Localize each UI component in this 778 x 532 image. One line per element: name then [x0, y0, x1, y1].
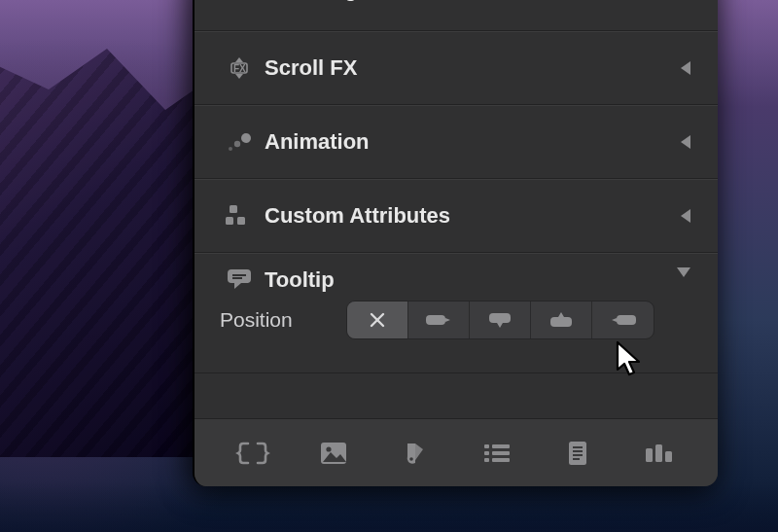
section-custom-attributes[interactable]: Custom Attributes: [194, 179, 718, 253]
svg-rect-22: [484, 444, 489, 448]
svg-rect-27: [492, 458, 510, 462]
inspector-bottom-tabs: [194, 418, 718, 486]
section-label: Animation: [265, 129, 370, 155]
position-option-right[interactable]: [408, 301, 470, 338]
tab-columns[interactable]: [632, 430, 687, 477]
svg-rect-17: [550, 317, 572, 327]
svg-rect-34: [655, 444, 662, 462]
svg-point-20: [327, 446, 332, 451]
tooltip-right-icon: [424, 311, 453, 329]
section-bloc-edge-divider[interactable]: Bloc Edge Divider: [194, 0, 718, 31]
page-icon: [566, 440, 589, 467]
svg-rect-25: [492, 451, 510, 455]
tooltip-top-icon: [548, 310, 574, 330]
tab-image[interactable]: [306, 430, 361, 477]
tab-brackets[interactable]: [226, 430, 280, 477]
section-label: Custom Attributes: [265, 203, 450, 229]
position-option-top[interactable]: [531, 301, 592, 338]
tab-style[interactable]: [388, 430, 442, 477]
svg-rect-16: [489, 313, 511, 323]
tooltip-icon: [220, 267, 259, 291]
svg-rect-8: [226, 217, 233, 225]
svg-rect-9: [237, 217, 245, 225]
brackets-icon: [237, 441, 268, 466]
chevron-left-icon: [681, 135, 690, 149]
close-icon: [369, 311, 386, 329]
svg-rect-24: [484, 451, 489, 455]
position-label: Position: [220, 308, 346, 332]
animation-icon: [220, 130, 259, 154]
section-label: Tooltip: [265, 267, 335, 293]
section-animation[interactable]: Animation: [194, 105, 718, 179]
tab-page[interactable]: [550, 430, 605, 477]
section-scroll-fx[interactable]: FX Scroll FX: [194, 31, 718, 105]
svg-rect-15: [426, 315, 445, 325]
section-label: Scroll FX: [265, 55, 357, 81]
inspector-panel: Bloc Edge Divider FX Scroll FX Animation: [193, 0, 718, 486]
position-option-left[interactable]: [592, 301, 654, 338]
section-tooltip: Tooltip Position: [194, 253, 718, 373]
scroll-fx-icon: FX: [220, 54, 259, 82]
position-segmented-control: [346, 301, 654, 339]
svg-rect-23: [492, 444, 510, 448]
tooltip-position-row: Position: [220, 301, 690, 339]
section-label: Bloc Edge Divider: [265, 0, 447, 2]
svg-point-4: [241, 133, 251, 143]
svg-rect-33: [646, 448, 653, 462]
custom-attributes-icon: [220, 203, 259, 229]
svg-point-5: [234, 141, 240, 147]
svg-point-21: [409, 457, 413, 461]
chevron-left-icon: [681, 209, 690, 223]
chevron-down-icon: [677, 267, 690, 277]
chevron-left-icon: [681, 61, 690, 75]
svg-point-6: [229, 147, 232, 151]
columns-icon: [644, 443, 675, 464]
svg-rect-35: [665, 451, 672, 462]
tooltip-bottom-icon: [487, 310, 513, 330]
svg-rect-18: [617, 315, 636, 325]
desktop-bottom-shade: [0, 481, 778, 532]
list-icon: [482, 442, 512, 465]
svg-rect-7: [230, 205, 237, 213]
position-option-bottom[interactable]: [470, 301, 531, 338]
image-icon: [319, 441, 348, 466]
position-option-none[interactable]: [347, 301, 408, 338]
tab-list[interactable]: [470, 430, 524, 477]
tooltip-left-icon: [609, 311, 638, 329]
svg-rect-26: [484, 458, 489, 462]
svg-rect-28: [569, 442, 586, 465]
style-swatch-icon: [402, 440, 429, 467]
section-tooltip-header[interactable]: Tooltip: [220, 267, 690, 293]
